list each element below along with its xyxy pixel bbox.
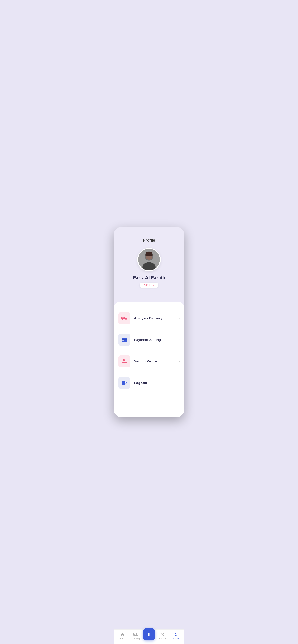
page-title: Profile: [143, 238, 155, 242]
payment-setting-icon-wrap: [118, 334, 130, 346]
truck-icon: [121, 315, 127, 322]
svg-point-32: [123, 359, 125, 361]
svg-point-27: [125, 319, 127, 320]
payment-setting-item[interactable]: Payment Setting ›: [118, 331, 180, 349]
setting-profile-item[interactable]: Setting Profile ›: [118, 352, 180, 370]
logout-icon: [121, 380, 127, 386]
logout-item[interactable]: Log Out ›: [118, 374, 180, 392]
svg-point-34: [126, 362, 126, 363]
header-section: Profile Fariz Al Faridli 100 Poin: [114, 227, 184, 295]
analysis-delivery-chevron: ›: [179, 316, 180, 320]
user-name: Fariz Al Faridli: [133, 275, 165, 280]
setting-profile-label: Setting Profile: [134, 360, 179, 363]
logout-chevron: ›: [179, 381, 180, 385]
user-gear-icon: [121, 358, 127, 364]
logout-icon-wrap: [118, 377, 130, 389]
phone-container: Profile Fariz Al Faridli 100 Poin: [114, 227, 184, 417]
svg-rect-30: [122, 339, 127, 340]
logout-label: Log Out: [134, 381, 179, 385]
avatar: [137, 248, 161, 271]
svg-rect-24: [145, 254, 153, 255]
svg-point-26: [122, 319, 123, 320]
main-card: Analysis Delivery › Payment Setting ›: [114, 302, 184, 417]
svg-rect-31: [122, 340, 124, 341]
points-badge: 100 Poin: [140, 283, 158, 288]
analysis-delivery-label: Analysis Delivery: [134, 316, 179, 320]
analysis-delivery-icon-wrap: [118, 312, 130, 324]
card-icon: [121, 336, 127, 343]
setting-profile-chevron: ›: [179, 360, 180, 363]
svg-rect-28: [122, 317, 124, 318]
payment-setting-label: Payment Setting: [134, 338, 179, 342]
payment-setting-chevron: ›: [179, 338, 180, 342]
analysis-delivery-item[interactable]: Analysis Delivery ›: [118, 309, 180, 327]
setting-profile-icon-wrap: [118, 355, 130, 368]
